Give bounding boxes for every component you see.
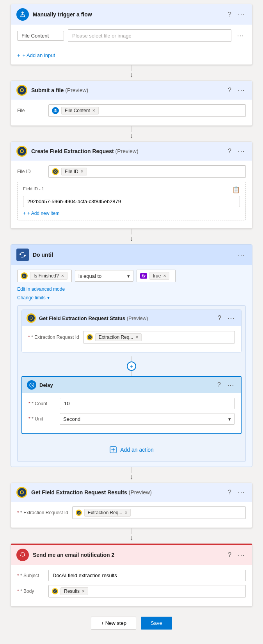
arrow-1: ↓ [129, 71, 134, 79]
file-content-input[interactable]: Please select file or image [68, 29, 231, 42]
subject-input[interactable] [48, 570, 246, 581]
submit-file-title: Submit a file (Preview) [31, 87, 222, 93]
email-notification-card: Send me an email notification 2 ? ⋯ * Su… [11, 544, 252, 606]
extraction-chip-1-close[interactable]: × [135, 335, 138, 340]
footer-row: + New step Save [4, 610, 259, 636]
delay-actions: ? ⋯ [216, 380, 236, 390]
circle-inner-9 [54, 590, 56, 592]
extraction-id-row-1: * Extraction Request Id Extraction Req..… [28, 331, 235, 343]
get-status-help-button[interactable]: ? [216, 314, 223, 322]
extraction-chip-icon-1 [87, 334, 93, 340]
count-input[interactable] [60, 398, 235, 409]
get-results-help-button[interactable]: ? [226, 488, 233, 497]
connector-3: ↓ [129, 229, 134, 244]
extraction-chip-icon-2 [76, 510, 82, 516]
submit-file-actions: ? ⋯ [226, 85, 247, 95]
file-id-chip-close[interactable]: × [81, 169, 84, 174]
create-field-help-button[interactable]: ? [226, 147, 233, 156]
is-finished-chip: Is Finished? × [30, 272, 68, 280]
trigger-header: Manually trigger a flow ? ⋯ [11, 4, 252, 25]
trigger-title: Manually trigger a flow [33, 11, 222, 18]
delay-more-button[interactable]: ⋯ [226, 380, 236, 390]
unit-row: * Unit Second ▾ [28, 413, 235, 425]
save-button[interactable]: Save [141, 617, 172, 630]
email-help-button[interactable]: ? [226, 551, 233, 559]
delay-card: Delay ? ⋯ * Count * Unit [21, 376, 242, 434]
add-action-label: Add an action [120, 447, 154, 453]
extraction-chip-2-close[interactable]: × [124, 510, 127, 515]
file-id-chip-icon [52, 168, 59, 175]
extraction-chip-wrapper-1[interactable]: Extraction Req... × [83, 331, 235, 343]
field-id-dashed-box: Field ID - 1 📋 + + Add new item [17, 182, 246, 220]
extraction-chip-wrapper-2[interactable]: Extraction Req... × [72, 506, 246, 519]
trigger-actions: ? ⋯ [226, 9, 247, 20]
is-finished-chip-close[interactable]: × [61, 273, 64, 279]
subject-row: * Subject [17, 570, 246, 581]
file-content-chip: File Content × [61, 107, 99, 114]
delay-icon [27, 380, 36, 390]
do-until-card: Do until ⋯ Is Finished? × is equal to [11, 244, 252, 467]
circle-inner-7 [20, 490, 24, 494]
add-new-item-button[interactable]: + + Add new item [23, 211, 59, 216]
submit-file-help-button[interactable]: ? [226, 86, 233, 95]
delay-help-button[interactable]: ? [216, 381, 222, 389]
do-until-icon [16, 249, 29, 261]
file-id-chip: File ID × [61, 168, 87, 175]
file-id-chip-wrapper[interactable]: File ID × [48, 165, 246, 178]
connector-plus-1: + [21, 356, 242, 376]
get-status-icon [27, 313, 36, 323]
delay-title: Delay [39, 382, 213, 388]
unit-select[interactable]: Second ▾ [60, 413, 235, 425]
email-more-button[interactable]: ⋯ [236, 550, 247, 560]
file-content-label: File Content [21, 33, 49, 39]
body-chip-wrapper[interactable]: Results × [48, 585, 246, 597]
circle-inner-5 [30, 317, 33, 320]
true-chip-close[interactable]: × [163, 273, 166, 279]
trigger-help-button[interactable]: ? [226, 10, 233, 19]
create-field-actions: ? ⋯ [226, 146, 247, 156]
get-status-header: Get Field Extraction Request Status (Pre… [22, 310, 241, 326]
create-field-more-button[interactable]: ⋯ [236, 146, 247, 156]
new-step-button[interactable]: + New step [91, 617, 136, 630]
results-chip: Results × [60, 587, 88, 595]
change-limits-button[interactable]: Change limits [17, 295, 46, 301]
chevron-down-icon: ▾ [127, 273, 130, 279]
trigger-divider [17, 46, 246, 46]
file-id-row: File ID File ID × [17, 165, 246, 178]
file-content-more-button[interactable]: ⋯ [235, 30, 246, 41]
create-field-icon [16, 146, 27, 157]
value-chip-wrapper[interactable]: fx true × [137, 270, 176, 282]
condition-chip-wrapper[interactable]: Is Finished? × [17, 270, 72, 282]
field-id-label: Field ID - 1 [23, 186, 44, 191]
add-action-row[interactable]: Add an action [21, 438, 242, 458]
add-item-plus: + [23, 211, 26, 216]
field-id-calendar-icon[interactable]: 📋 [232, 186, 240, 193]
operator-select[interactable]: is equal to ▾ [75, 270, 133, 282]
submit-file-more-button[interactable]: ⋯ [236, 85, 247, 95]
results-chip-close[interactable]: × [82, 589, 85, 594]
get-status-more-button[interactable]: ⋯ [226, 313, 236, 323]
create-field-card: Create Field Extraction Request (Preview… [11, 141, 252, 229]
file-label: File [17, 108, 44, 113]
field-id-input[interactable] [23, 196, 240, 207]
fx-icon: fx [140, 273, 147, 279]
edit-advanced-button[interactable]: Edit in advanced mode [17, 286, 65, 292]
get-results-title: Get Field Extraction Request Results (Pr… [31, 489, 222, 496]
file-chip-wrapper[interactable]: File Content × [48, 104, 246, 117]
trigger-more-button[interactable]: ⋯ [236, 9, 247, 20]
get-results-header: Get Field Extraction Request Results (Pr… [11, 483, 252, 502]
get-results-icon [16, 487, 27, 498]
create-field-header: Create Field Extraction Request (Preview… [11, 142, 252, 161]
plus-circle-1[interactable]: + [127, 361, 136, 371]
email-notification-actions: ? ⋯ [226, 550, 247, 560]
add-input-label: + Add an input [23, 52, 55, 58]
file-content-chip-close[interactable]: × [92, 108, 95, 113]
get-results-more-button[interactable]: ⋯ [236, 487, 247, 497]
submit-file-header: Submit a file (Preview) ? ⋯ [11, 81, 252, 100]
file-id-label: File ID [17, 169, 44, 174]
upload-icon [53, 109, 57, 113]
add-input-row[interactable]: + + Add an input [17, 49, 246, 60]
unit-chevron-icon: ▾ [228, 416, 231, 422]
do-until-more-button[interactable]: ⋯ [236, 250, 247, 260]
connector-2: ↓ [129, 126, 134, 141]
